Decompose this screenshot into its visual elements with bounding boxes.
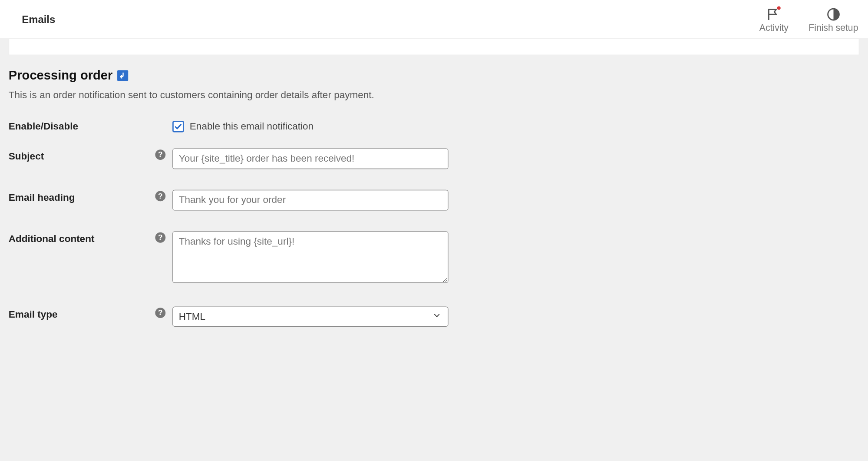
section-heading: Processing order [9, 68, 859, 83]
heading-text: Processing order [9, 68, 113, 83]
help-icon[interactable]: ? [155, 191, 165, 201]
page: Processing order This is an order notifi… [0, 39, 868, 346]
page-title: Emails [22, 14, 55, 26]
finish-setup-button[interactable]: Finish setup [809, 7, 858, 33]
help-icon[interactable]: ? [155, 232, 165, 242]
topbar-right: Activity Finish setup [759, 7, 858, 33]
flag-icon [766, 7, 781, 21]
email-heading-label: Email heading [9, 179, 155, 221]
section-description: This is an order notification sent to cu… [9, 90, 859, 101]
email-heading-input[interactable] [172, 190, 448, 211]
return-icon[interactable] [117, 70, 128, 81]
checkbox-icon [172, 121, 184, 132]
activity-label: Activity [759, 23, 789, 33]
email-type-select[interactable]: HTML [172, 307, 448, 327]
half-circle-icon [826, 7, 841, 21]
subject-input[interactable] [172, 149, 448, 169]
additional-content-input[interactable] [172, 231, 448, 283]
form-table: Enable/Disable Enable this email notific… [9, 115, 859, 337]
help-icon[interactable]: ? [155, 149, 165, 160]
enable-label: Enable/Disable [9, 115, 155, 138]
help-icon[interactable]: ? [155, 308, 165, 318]
additional-content-label: Additional content [9, 221, 155, 296]
activity-button[interactable]: Activity [759, 7, 789, 33]
topbar: Emails Activity [0, 0, 868, 39]
subject-label: Subject [9, 138, 155, 179]
enable-checkbox[interactable]: Enable this email notification [172, 121, 854, 132]
enable-checkbox-label: Enable this email notification [190, 121, 314, 132]
card-spacer [9, 39, 859, 55]
email-type-label: Email type [9, 296, 155, 337]
finish-setup-label: Finish setup [809, 23, 858, 33]
